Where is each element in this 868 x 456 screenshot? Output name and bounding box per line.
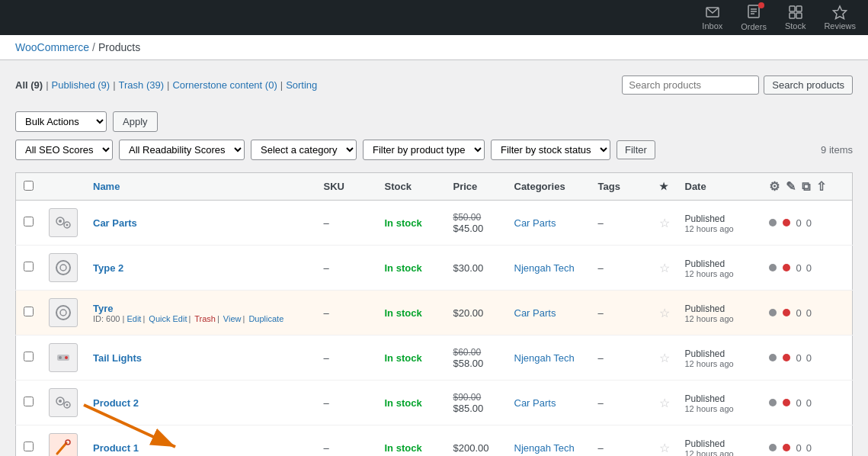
edit-icon[interactable]: ✎ xyxy=(786,179,796,194)
category-link[interactable]: Njengah Tech xyxy=(514,442,575,454)
top-bar: Inbox Orders Stock Reviews xyxy=(0,0,868,35)
breadcrumb-current: Products xyxy=(98,41,140,53)
edit-link[interactable]: Edit xyxy=(127,314,141,323)
star-toggle[interactable]: ☆ xyxy=(659,442,670,454)
search-area: Search products xyxy=(622,75,853,95)
apply-button[interactable]: Apply xyxy=(113,111,158,132)
row-stock: In stock xyxy=(377,201,446,246)
breadcrumb-woocommerce[interactable]: WooCommerce xyxy=(15,41,89,53)
select-all-checkbox[interactable] xyxy=(24,181,34,191)
product-thumbnail xyxy=(49,388,78,417)
row-tags: – xyxy=(591,246,652,291)
product-thumbnail xyxy=(49,343,78,372)
product-name-link[interactable]: Product 2 xyxy=(93,397,139,409)
duplicate-icon[interactable]: ⧉ xyxy=(802,180,810,194)
product-name-link[interactable]: Tyre xyxy=(93,303,114,314)
filter-bar: All SEO Scores All Readability Scores Se… xyxy=(15,140,853,160)
products-table: Name SKU Stock Price Categories Tags ★ D… xyxy=(15,172,853,456)
trash-link[interactable]: Trash xyxy=(194,314,216,323)
row-checkbox[interactable] xyxy=(24,307,34,316)
readability-dot xyxy=(783,354,790,361)
star-toggle[interactable]: ☆ xyxy=(659,397,670,409)
duplicate-link[interactable]: Duplicate xyxy=(248,314,283,323)
star-toggle[interactable]: ☆ xyxy=(659,307,670,320)
product-name-link[interactable]: Car Parts xyxy=(93,217,137,229)
row-checkbox-cell xyxy=(16,336,42,381)
row-checkbox[interactable] xyxy=(24,442,34,451)
inbox-icon xyxy=(705,5,720,20)
seo-dot xyxy=(769,219,777,226)
row-checkbox[interactable] xyxy=(24,217,34,226)
category-link[interactable]: Car Parts xyxy=(514,217,556,229)
svg-point-21 xyxy=(65,356,68,359)
category-select[interactable]: Select a category xyxy=(251,140,357,160)
settings-icon[interactable]: ⚙ xyxy=(769,179,780,194)
readability-select[interactable]: All Readability Scores xyxy=(119,140,245,160)
row-checkbox-cell xyxy=(16,425,42,457)
status-filters: All (9) | Published (9) | Trash (39) | C… xyxy=(15,79,317,91)
page-top-row: All (9) | Published (9) | Trash (39) | C… xyxy=(15,75,853,104)
row-checkbox-cell xyxy=(16,291,42,336)
row-price: $20.00 xyxy=(446,291,507,336)
product-rows: Car Parts Edit| Quick Edit| Trash| View … xyxy=(16,201,853,457)
row-checkbox[interactable] xyxy=(24,397,34,406)
search-input[interactable] xyxy=(622,75,759,95)
star-toggle[interactable]: ☆ xyxy=(659,262,670,275)
filter-cornerstone[interactable]: Cornerstone content (0) xyxy=(172,79,277,91)
row-name-cell: Product 2 Edit| Quick Edit| Trash| View xyxy=(85,381,316,425)
breadcrumb-separator: / xyxy=(92,41,95,53)
reviews-count: 0 xyxy=(806,397,812,409)
view-link[interactable]: View xyxy=(223,314,242,323)
search-button[interactable]: Search products xyxy=(764,75,853,95)
tags-th: Tags xyxy=(591,173,652,201)
row-checkbox[interactable] xyxy=(24,352,34,361)
breadcrumb: WooCommerce / Products xyxy=(0,35,868,60)
products-table-wrapper: Name SKU Stock Price Categories Tags ★ D… xyxy=(15,172,853,456)
row-thumb-cell xyxy=(41,336,85,381)
category-link[interactable]: Car Parts xyxy=(514,397,556,409)
actions-th: ⚙ ✎ ⧉ ⇧ xyxy=(761,173,853,201)
star-toggle[interactable]: ☆ xyxy=(659,217,670,230)
filter-published[interactable]: Published (9) xyxy=(52,79,111,91)
category-link[interactable]: Njengah Tech xyxy=(514,352,575,364)
product-type-select[interactable]: Filter by product type xyxy=(363,140,485,160)
stock-status-select[interactable]: Filter by stock status xyxy=(491,140,610,160)
comments-count: 0 xyxy=(796,352,802,364)
row-checkbox-cell xyxy=(16,246,42,291)
product-name-link[interactable]: Tail Lights xyxy=(93,352,142,364)
category-link[interactable]: Njengah Tech xyxy=(514,262,575,274)
bulk-actions-select[interactable]: Bulk Actions xyxy=(15,111,107,132)
row-stock: In stock xyxy=(377,425,446,457)
name-sort-link[interactable]: Name xyxy=(93,181,120,192)
row-icons-cell: 0 0 xyxy=(761,201,853,246)
row-stock: In stock xyxy=(377,246,446,291)
row-star: ☆ xyxy=(652,381,677,425)
product-name-link[interactable]: Type 2 xyxy=(93,262,123,274)
product-thumbnail xyxy=(49,253,78,282)
row-date: Published 12 hours ago xyxy=(677,425,761,457)
row-checkbox[interactable] xyxy=(24,262,34,271)
filter-trash[interactable]: Trash (39) xyxy=(119,79,165,91)
filter-all[interactable]: All (9) xyxy=(15,79,43,91)
export-icon[interactable]: ⇧ xyxy=(816,179,826,194)
row-icons-cell: 0 0 xyxy=(761,381,853,425)
bulk-toolbar: Bulk Actions Apply xyxy=(15,111,853,132)
filter-button[interactable]: Filter xyxy=(617,140,655,159)
row-icons-cell: 0 0 xyxy=(761,425,853,457)
quick-edit-link[interactable]: Quick Edit xyxy=(149,314,187,323)
row-category: Njengah Tech xyxy=(507,246,591,291)
row-sku: – xyxy=(316,336,377,381)
reviews-nav[interactable]: Reviews xyxy=(824,5,856,31)
product-name-link[interactable]: Product 1 xyxy=(93,442,139,454)
name-th[interactable]: Name xyxy=(85,173,316,201)
category-link[interactable]: Car Parts xyxy=(514,307,556,319)
reviews-icon xyxy=(832,5,847,20)
star-toggle[interactable]: ☆ xyxy=(659,352,670,364)
row-checkbox-cell xyxy=(16,201,42,246)
stock-nav[interactable]: Stock xyxy=(785,5,806,31)
orders-nav[interactable]: Orders xyxy=(741,4,767,31)
inbox-nav[interactable]: Inbox xyxy=(702,5,722,31)
filter-sorting[interactable]: Sorting xyxy=(286,79,317,91)
row-star: ☆ xyxy=(652,291,677,336)
seo-scores-select[interactable]: All SEO Scores xyxy=(15,140,113,160)
